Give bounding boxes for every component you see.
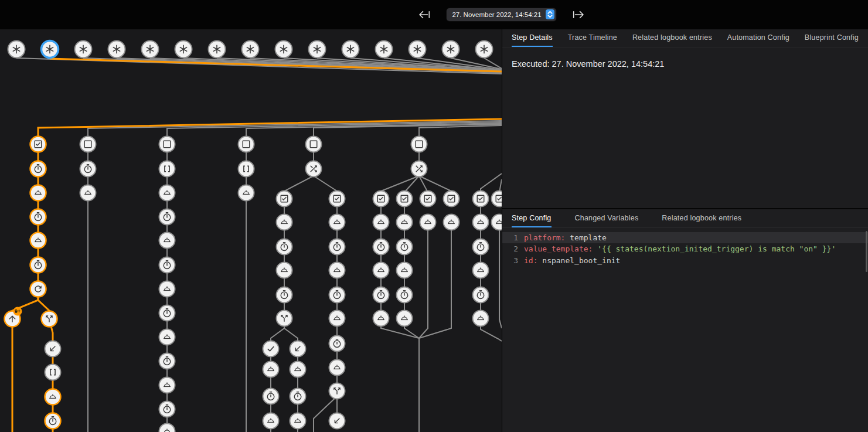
trace-node-bell-icon[interactable] — [159, 377, 175, 393]
trace-node-arrow-bl-icon[interactable] — [290, 341, 306, 357]
trace-node-timer-icon[interactable] — [30, 209, 46, 225]
trace-node-bell-icon[interactable] — [397, 215, 413, 230]
trace-node-bell-icon[interactable] — [397, 311, 413, 326]
trace-node-timer-icon[interactable] — [159, 402, 175, 417]
trace-node-timer-icon[interactable] — [373, 287, 389, 303]
yaml-editor[interactable]: 1platform: template2value_template: '{{ … — [502, 232, 868, 266]
trace-node-timer-icon[interactable] — [159, 209, 175, 225]
trace-node-bell-icon[interactable] — [373, 263, 389, 278]
trace-node-brackets-icon[interactable] — [159, 161, 175, 177]
trace-node-timer-icon[interactable] — [277, 239, 292, 255]
trace-node-bell-icon[interactable] — [159, 185, 175, 201]
trace-node-bell-icon[interactable] — [397, 263, 413, 278]
trace-node-timer-icon[interactable] — [159, 257, 175, 273]
trace-node-bell-icon[interactable] — [159, 233, 175, 249]
trace-select[interactable]: 27. November 2022, 14:54:21 — [447, 8, 556, 21]
trace-node-checkbox-icon[interactable] — [444, 191, 459, 207]
code-line[interactable]: 3id: nspanel_boot_init — [502, 255, 868, 266]
trace-node-fork-icon[interactable] — [42, 311, 57, 327]
trace-node-bell-icon[interactable] — [239, 185, 254, 201]
trace-node-bell-icon[interactable] — [373, 215, 389, 230]
code-line[interactable]: 2value_template: '{{ states(nextion_init… — [502, 243, 868, 254]
trace-node-bell-icon[interactable] — [329, 215, 345, 230]
trace-node-bell-icon[interactable] — [290, 362, 306, 377]
trace-node-trigger-icon[interactable] — [476, 41, 493, 58]
up-down-chevrons-icon[interactable] — [546, 9, 554, 19]
trace-node-checkbox-icon[interactable] — [277, 191, 292, 207]
trace-node-bell-icon[interactable] — [329, 360, 345, 376]
trace-node-fork-icon[interactable] — [277, 311, 292, 326]
trace-node-trigger-icon[interactable] — [342, 41, 359, 58]
trace-node-checkbox-icon[interactable] — [420, 191, 436, 207]
tab-related-logbook-entries[interactable]: Related logbook entries — [632, 29, 712, 47]
tab-changed-variables[interactable]: Changed Variables — [575, 209, 639, 227]
scrollbar-thumb[interactable] — [866, 231, 867, 272]
tab-related-logbook-entries[interactable]: Related logbook entries — [662, 209, 741, 227]
trace-node-checkbox-icon[interactable] — [397, 191, 413, 207]
trace-node-timer-icon[interactable] — [277, 287, 292, 303]
trace-node-bell-icon[interactable] — [373, 311, 389, 326]
trace-node-trigger-icon[interactable] — [376, 41, 393, 58]
trace-node-bell-icon[interactable] — [444, 215, 459, 230]
trace-node-timer-icon[interactable] — [80, 161, 96, 177]
trace-node-checkbox-icon[interactable] — [329, 191, 345, 207]
trace-node-timer-icon[interactable] — [45, 413, 61, 429]
trace-node-square-icon[interactable] — [306, 137, 322, 152]
trace-node-bell-icon[interactable] — [45, 389, 61, 405]
trace-node-bell-icon[interactable] — [159, 281, 175, 297]
trace-node-arrow-bl-icon[interactable] — [45, 341, 61, 357]
trace-node-timer-icon[interactable] — [290, 389, 306, 404]
trace-node-trigger-icon[interactable] — [108, 41, 125, 58]
trace-node-trigger-icon[interactable] — [209, 41, 226, 58]
trace-node-bell-icon[interactable] — [277, 215, 292, 230]
trace-node-timer-icon[interactable] — [397, 239, 413, 255]
tab-automation-config[interactable]: Automation Config — [727, 29, 789, 47]
trace-node-bell-icon[interactable] — [473, 215, 489, 230]
trace-node-bell-icon[interactable] — [30, 185, 46, 201]
trace-node-bell-icon[interactable] — [30, 233, 46, 249]
trace-node-arrow-bl-icon[interactable] — [329, 413, 345, 429]
trace-node-trigger-icon[interactable] — [409, 41, 426, 58]
trace-node-square-icon[interactable] — [80, 137, 96, 152]
trace-node-timer-icon[interactable] — [329, 239, 345, 255]
trace-node-trigger-icon[interactable] — [142, 41, 159, 58]
trace-node-trigger-icon[interactable] — [309, 41, 326, 58]
trace-node-timer-icon[interactable] — [30, 257, 46, 273]
trace-node-square-icon[interactable] — [411, 137, 427, 152]
trace-node-square-icon[interactable] — [159, 137, 175, 152]
previous-trace-button[interactable] — [416, 7, 433, 22]
trace-node-timer-icon[interactable] — [329, 287, 345, 303]
tab-step-config[interactable]: Step Config — [512, 209, 552, 227]
trace-node-bell-icon[interactable] — [159, 424, 175, 432]
trace-node-timer-icon[interactable] — [159, 305, 175, 321]
trace-node-brackets-icon[interactable] — [239, 161, 254, 177]
trace-node-brackets-icon[interactable] — [45, 365, 61, 380]
trace-node-bell-icon[interactable] — [263, 413, 279, 429]
trace-node-check-icon[interactable] — [263, 341, 279, 357]
code-line[interactable]: 1platform: template — [502, 232, 868, 243]
tab-blueprint-config[interactable]: Blueprint Config — [805, 29, 859, 47]
trace-node-bell-icon[interactable] — [473, 311, 489, 326]
trace-node-trigger-icon[interactable] — [242, 41, 259, 58]
trace-node-trigger-icon[interactable] — [175, 41, 192, 58]
tab-trace-timeline[interactable]: Trace Timeline — [568, 29, 617, 47]
trace-node-trigger-icon[interactable] — [275, 41, 292, 58]
trace-node-timer-icon[interactable] — [159, 353, 175, 369]
trace-node-checkbox-icon[interactable] — [373, 191, 389, 207]
trace-node-bell-icon[interactable] — [290, 413, 306, 429]
trace-node-trigger-icon[interactable] — [42, 41, 59, 58]
trace-node-square-icon[interactable] — [239, 137, 254, 152]
trace-node-shuffle-icon[interactable] — [306, 161, 322, 177]
tab-step-details[interactable]: Step Details — [512, 29, 553, 47]
trace-node-trigger-icon[interactable] — [75, 41, 92, 58]
trace-node-timer-icon[interactable] — [329, 336, 345, 352]
trace-node-checkbox-icon[interactable] — [30, 137, 46, 152]
trace-node-timer-icon[interactable] — [397, 287, 413, 303]
trace-node-bell-icon[interactable] — [329, 311, 345, 326]
trace-node-timer-icon[interactable] — [473, 239, 489, 255]
trace-node-trigger-icon[interactable] — [442, 41, 459, 58]
next-trace-button[interactable] — [570, 7, 587, 22]
trace-node-bell-icon[interactable] — [420, 215, 436, 230]
trace-node-shuffle-icon[interactable] — [411, 161, 427, 177]
trace-node-repeat-icon[interactable] — [30, 281, 46, 297]
